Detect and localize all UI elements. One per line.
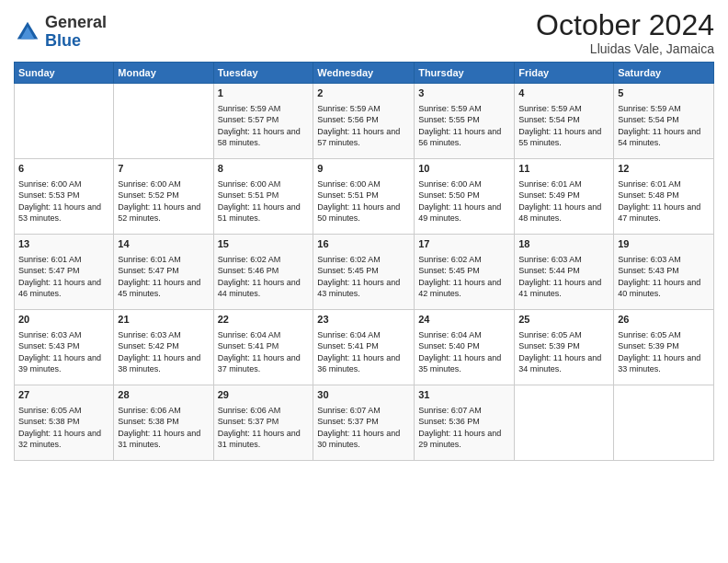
day-info-line: Daylight: 11 hours and 41 minutes. [518,277,609,300]
calendar-cell: 31Sunrise: 6:07 AMSunset: 5:36 PMDayligh… [415,385,515,461]
day-info-line: Sunrise: 6:01 AM [618,178,710,190]
day-info-line: Sunset: 5:37 PM [317,416,410,428]
calendar-week-row: 13Sunrise: 6:01 AMSunset: 5:47 PMDayligh… [15,235,714,310]
day-info-line: Sunset: 5:36 PM [418,416,510,428]
day-info-line: Daylight: 11 hours and 40 minutes. [618,277,710,300]
calendar-cell: 11Sunrise: 6:01 AMSunset: 5:49 PMDayligh… [515,159,614,235]
calendar-cell: 18Sunrise: 6:03 AMSunset: 5:44 PMDayligh… [515,235,614,310]
day-info-line: Sunset: 5:47 PM [118,265,209,277]
day-info-line: Daylight: 11 hours and 58 minutes. [218,126,310,149]
day-header: Wednesday [313,63,415,84]
day-info-line: Daylight: 11 hours and 47 minutes. [618,201,710,224]
day-number: 26 [618,313,710,327]
calendar-cell: 23Sunrise: 6:04 AMSunset: 5:41 PMDayligh… [313,310,415,385]
day-info-line: Sunrise: 6:01 AM [18,254,109,266]
calendar-cell [614,385,714,461]
day-info-line: Sunset: 5:43 PM [618,265,710,277]
day-number: 29 [218,388,310,402]
day-info-line: Sunrise: 6:00 AM [118,178,209,190]
calendar-cell: 27Sunrise: 6:05 AMSunset: 5:38 PMDayligh… [15,385,114,461]
day-number: 18 [518,237,609,251]
day-info-line: Sunrise: 6:06 AM [218,405,310,417]
calendar-cell: 19Sunrise: 6:03 AMSunset: 5:43 PMDayligh… [614,235,714,310]
day-number: 1 [218,86,310,100]
calendar-cell: 13Sunrise: 6:01 AMSunset: 5:47 PMDayligh… [15,235,114,310]
day-info-line: Sunrise: 5:59 AM [618,103,710,115]
day-info-line: Sunrise: 5:59 AM [317,103,410,115]
day-info-line: Sunset: 5:37 PM [218,416,310,428]
logo: General Blue [14,14,107,51]
day-info-line: Sunset: 5:40 PM [418,340,510,352]
day-info-line: Sunrise: 6:00 AM [218,178,310,190]
calendar-cell: 16Sunrise: 6:02 AMSunset: 5:45 PMDayligh… [313,235,415,310]
day-info-line: Daylight: 11 hours and 38 minutes. [118,352,209,375]
day-header: Sunday [15,63,114,84]
day-info-line: Daylight: 11 hours and 31 minutes. [118,428,209,451]
day-info-line: Sunrise: 6:02 AM [218,254,310,266]
day-info-line: Sunrise: 6:03 AM [518,254,609,266]
day-number: 28 [118,388,209,402]
day-info-line: Sunrise: 6:03 AM [618,254,710,266]
day-info-line: Daylight: 11 hours and 56 minutes. [418,126,510,149]
day-number: 24 [418,313,510,327]
day-info-line: Sunrise: 6:07 AM [317,405,410,417]
day-info-line: Daylight: 11 hours and 43 minutes. [317,277,410,300]
day-info-line: Daylight: 11 hours and 30 minutes. [317,428,410,451]
calendar-cell: 10Sunrise: 6:00 AMSunset: 5:50 PMDayligh… [415,159,515,235]
calendar-body: 1Sunrise: 5:59 AMSunset: 5:57 PMDaylight… [15,84,714,461]
calendar-cell: 12Sunrise: 6:01 AMSunset: 5:48 PMDayligh… [614,159,714,235]
day-number: 5 [618,86,710,100]
day-info-line: Daylight: 11 hours and 29 minutes. [418,428,510,451]
day-number: 6 [18,162,109,176]
day-info-line: Sunset: 5:45 PM [418,265,510,277]
calendar-cell: 26Sunrise: 6:05 AMSunset: 5:39 PMDayligh… [614,310,714,385]
location: Lluidas Vale, Jamaica [536,41,714,56]
day-info-line: Sunrise: 6:02 AM [317,254,410,266]
day-info-line: Sunset: 5:51 PM [317,190,410,201]
day-info-line: Sunrise: 6:00 AM [317,178,410,190]
day-info-line: Daylight: 11 hours and 36 minutes. [317,352,410,375]
day-header: Tuesday [213,63,313,84]
calendar-cell: 25Sunrise: 6:05 AMSunset: 5:39 PMDayligh… [515,310,614,385]
calendar-cell: 29Sunrise: 6:06 AMSunset: 5:37 PMDayligh… [213,385,313,461]
day-info-line: Daylight: 11 hours and 48 minutes. [518,201,609,224]
calendar-cell: 30Sunrise: 6:07 AMSunset: 5:37 PMDayligh… [313,385,415,461]
calendar-cell: 24Sunrise: 6:04 AMSunset: 5:40 PMDayligh… [415,310,515,385]
logo-text: General Blue [45,14,107,51]
day-info-line: Sunrise: 5:59 AM [418,103,510,115]
day-info-line: Daylight: 11 hours and 51 minutes. [218,201,310,224]
day-info-line: Sunset: 5:43 PM [18,340,109,352]
day-info-line: Daylight: 11 hours and 37 minutes. [218,352,310,375]
day-info-line: Sunrise: 6:03 AM [118,329,209,341]
calendar-cell [515,385,614,461]
calendar-page: General Blue October 2024 Lluidas Vale, … [0,0,728,563]
day-number: 2 [317,86,410,100]
day-info-line: Sunrise: 6:01 AM [118,254,209,266]
day-info-line: Daylight: 11 hours and 50 minutes. [317,201,410,224]
day-info-line: Sunrise: 6:00 AM [18,178,109,190]
day-header: Friday [515,63,614,84]
day-header: Monday [114,63,213,84]
day-info-line: Sunset: 5:52 PM [118,190,209,201]
calendar-cell: 3Sunrise: 5:59 AMSunset: 5:55 PMDaylight… [415,84,515,159]
calendar-cell: 4Sunrise: 5:59 AMSunset: 5:54 PMDaylight… [515,84,614,159]
day-number: 17 [418,237,510,251]
day-info-line: Sunrise: 6:04 AM [317,329,410,341]
day-info-line: Sunrise: 5:59 AM [518,103,609,115]
day-info-line: Sunset: 5:38 PM [18,416,109,428]
day-info-line: Sunset: 5:50 PM [418,190,510,201]
day-info-line: Sunset: 5:49 PM [518,190,609,201]
day-number: 4 [518,86,609,100]
day-info-line: Daylight: 11 hours and 52 minutes. [118,201,209,224]
day-header: Thursday [415,63,515,84]
day-info-line: Sunrise: 6:02 AM [418,254,510,266]
calendar-cell: 17Sunrise: 6:02 AMSunset: 5:45 PMDayligh… [415,235,515,310]
day-info-line: Sunset: 5:47 PM [18,265,109,277]
calendar-cell [114,84,213,159]
day-info-line: Sunset: 5:48 PM [618,190,710,201]
calendar-cell: 9Sunrise: 6:00 AMSunset: 5:51 PMDaylight… [313,159,415,235]
day-info-line: Sunset: 5:46 PM [218,265,310,277]
day-number: 10 [418,162,510,176]
day-number: 15 [218,237,310,251]
day-info-line: Sunset: 5:39 PM [518,340,609,352]
